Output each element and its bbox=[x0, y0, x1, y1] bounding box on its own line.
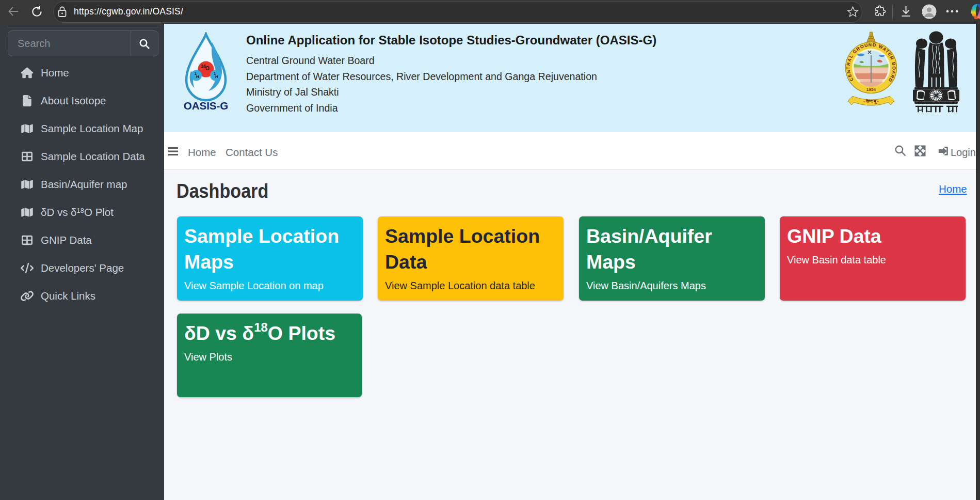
svg-text:H: H bbox=[215, 74, 218, 79]
svg-text:O: O bbox=[205, 66, 210, 71]
svg-text:H: H bbox=[196, 74, 199, 79]
svg-text:1954: 1954 bbox=[866, 87, 876, 92]
svg-text:· केन्द भू ·: · केन्द भू · bbox=[863, 99, 878, 104]
svg-text:OASIS-G: OASIS-G bbox=[184, 100, 229, 112]
